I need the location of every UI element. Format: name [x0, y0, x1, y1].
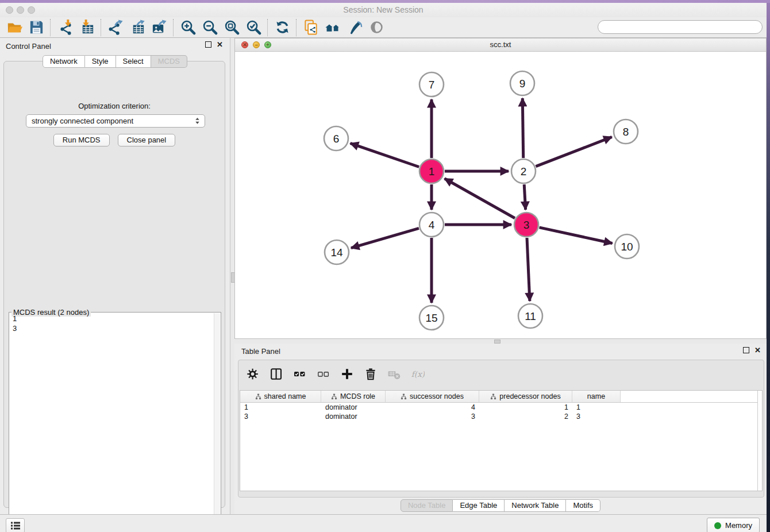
network-window-titlebar[interactable]: ✕ – + scc.txt — [235, 38, 766, 52]
close-panel-button[interactable]: Close panel — [118, 134, 176, 147]
add-column-button[interactable] — [340, 366, 355, 382]
hide-selected-icon — [368, 19, 385, 36]
edge-4-14[interactable] — [351, 228, 419, 248]
export-image-icon — [151, 19, 168, 36]
horizontal-splitter[interactable] — [234, 339, 767, 344]
first-neighbors-button[interactable] — [322, 18, 344, 37]
edge-3-1[interactable] — [445, 179, 515, 218]
float-panel-icon[interactable] — [205, 41, 211, 48]
export-table-button[interactable] — [126, 18, 148, 37]
edge-3-11[interactable] — [527, 238, 530, 301]
close-panel-icon[interactable]: ✕ — [754, 347, 761, 353]
export-network-button[interactable] — [105, 18, 126, 37]
zoom-fit-button[interactable] — [221, 18, 242, 37]
column-header-predecessor-nodes[interactable]: predecessor nodes — [479, 391, 572, 402]
tab-edge-table[interactable]: Edge Table — [453, 499, 505, 512]
memory-button[interactable]: Memory — [707, 518, 760, 532]
mcds-result-list[interactable]: 13 — [9, 314, 214, 527]
column-header-mcds-role[interactable]: MCDS role — [321, 391, 386, 402]
edge-2-3[interactable] — [524, 184, 525, 210]
toolbar-separator — [101, 19, 102, 36]
import-network-icon — [57, 19, 74, 36]
tab-mcds[interactable]: MCDS — [151, 55, 187, 68]
edge-1-6[interactable] — [351, 143, 419, 167]
save-session-button[interactable] — [25, 18, 47, 37]
column-header-name[interactable]: name — [572, 391, 621, 402]
first-neighbors-icon — [325, 19, 341, 36]
import-network-button[interactable] — [54, 18, 76, 37]
save-session-icon — [28, 19, 45, 36]
tab-node-table[interactable]: Node Table — [401, 499, 453, 512]
select-all-columns-button[interactable] — [292, 366, 307, 382]
deselect-all-columns-button[interactable] — [316, 366, 331, 382]
import-table-button[interactable] — [76, 18, 98, 37]
tab-network-table[interactable]: Network Table — [505, 499, 566, 512]
table-cell: 3 — [386, 412, 479, 421]
table-scrollbar[interactable] — [757, 391, 762, 491]
node-label-4: 4 — [429, 219, 435, 231]
edge-2-9[interactable] — [522, 98, 523, 158]
delete-column-button[interactable] — [363, 366, 378, 382]
zoom-out-button[interactable] — [199, 18, 221, 37]
zoom-out-icon — [202, 19, 218, 36]
toolbar-separator — [173, 19, 174, 36]
table-cell: dominator — [321, 412, 386, 421]
float-panel-icon[interactable] — [743, 347, 749, 353]
tab-style[interactable]: Style — [85, 55, 116, 68]
search-input[interactable] — [598, 20, 763, 34]
refresh-layout-button[interactable] — [271, 18, 293, 37]
apply-style-icon — [346, 19, 363, 36]
splitter-handle[interactable] — [494, 340, 500, 344]
table-cell: 4 — [386, 403, 479, 412]
deselect-all-columns-icon — [317, 367, 330, 381]
table-toolbar: f(x) — [245, 364, 425, 384]
apply-style-button[interactable] — [344, 18, 365, 37]
table-row[interactable]: 3dominator323 — [240, 412, 762, 421]
column-layout-button[interactable] — [269, 366, 284, 382]
node-label-9: 9 — [519, 78, 526, 90]
tab-select[interactable]: Select — [116, 55, 151, 68]
zoom-in-icon — [180, 19, 197, 36]
edge-3-10[interactable] — [540, 228, 613, 244]
table-cell: 1 — [572, 403, 621, 412]
table-panel-body: f(x) shared nameMCDS rolesuccessor nodes… — [238, 360, 764, 498]
zoom-in-button[interactable] — [177, 18, 199, 37]
node-label-11: 11 — [525, 310, 536, 322]
tab-network[interactable]: Network — [43, 55, 85, 68]
edge-2-8[interactable] — [536, 137, 611, 166]
new-network-from-selection-button[interactable] — [300, 18, 322, 37]
select-all-columns-icon — [293, 367, 307, 381]
node-label-15: 15 — [425, 312, 437, 324]
result-scrollbar[interactable] — [214, 313, 220, 527]
table-row[interactable]: 1dominator411 — [240, 403, 762, 412]
control-panel-title: Control Panel — [6, 42, 51, 51]
zoom-selected-button[interactable] — [242, 18, 264, 37]
export-image-button[interactable] — [148, 18, 170, 37]
column-header-successor-nodes[interactable]: successor nodes — [386, 391, 479, 402]
network-title: scc.txt — [235, 40, 766, 49]
vertical-splitter[interactable] — [230, 38, 234, 514]
network-canvas[interactable]: 7968124314101511 — [235, 51, 766, 338]
column-label: name — [587, 392, 605, 400]
table-settings-button[interactable] — [245, 366, 260, 382]
zoom-selected-icon — [245, 19, 262, 36]
screen: Session: New Session Control Panel ✕ Net… — [0, 0, 770, 532]
criterion-dropdown[interactable]: strongly connected component — [26, 114, 205, 128]
table-panel: Table Panel ✕ f(x) shared nameMCDS roles… — [234, 344, 767, 514]
memory-label: Memory — [725, 521, 752, 530]
panel-list-button[interactable] — [6, 518, 25, 532]
search-box[interactable] — [598, 20, 763, 34]
column-label: successor nodes — [410, 392, 464, 400]
desktop-wallpaper-right — [767, 3, 770, 532]
table-cell: 2 — [479, 412, 572, 421]
dropdown-chevrons-icon — [193, 117, 202, 125]
mcds-result-box: MCDS result (2 nodes) 13 — [9, 312, 221, 529]
column-header-shared-name[interactable]: shared name — [240, 391, 321, 402]
node-label-2: 2 — [521, 165, 527, 178]
app-titlebar[interactable]: Session: New Session — [0, 3, 767, 18]
tab-motifs[interactable]: Motifs — [566, 499, 600, 512]
run-mcds-button[interactable]: Run MCDS — [53, 134, 110, 147]
close-panel-icon[interactable]: ✕ — [217, 41, 223, 48]
function-builder-icon: f(x) — [411, 367, 425, 381]
open-session-button[interactable] — [3, 18, 25, 37]
